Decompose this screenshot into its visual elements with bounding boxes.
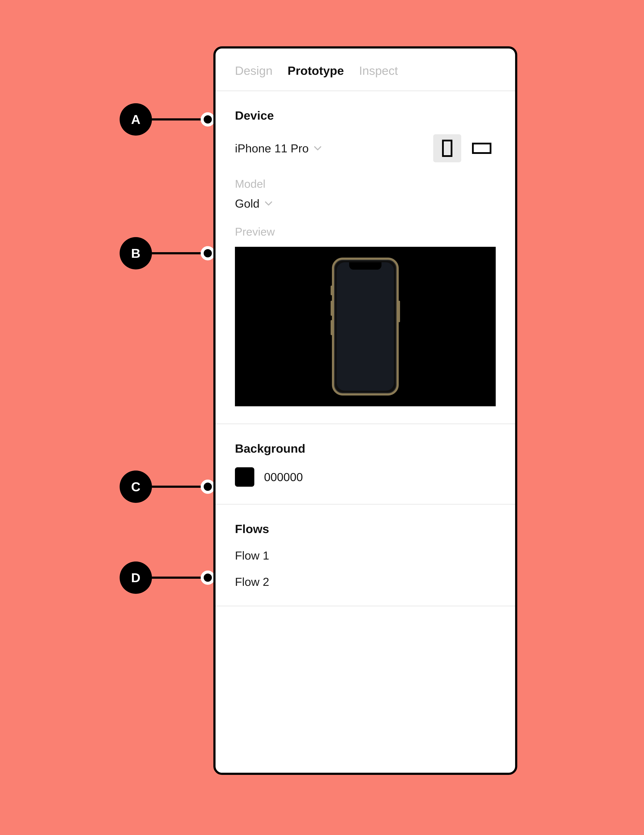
phone-screen [337,262,394,391]
background-section: Background 000000 [216,424,515,505]
phone-side-button [331,301,333,316]
panel-tabs: Design Prototype Inspect [216,49,515,91]
callout-a-label: A [120,103,152,136]
callout-endpoint [201,570,215,585]
background-hex[interactable]: 000000 [264,470,303,484]
prototype-panel: Design Prototype Inspect Device iPhone 1… [213,46,517,775]
model-selected: Gold [235,197,260,210]
callout-c-label: C [120,471,152,503]
background-swatch[interactable] [235,467,254,487]
callout-d: D [120,562,215,594]
flow-item[interactable]: Flow 1 [235,549,496,562]
device-preview [235,247,496,406]
tab-prototype[interactable]: Prototype [287,63,344,78]
callout-line [152,252,201,254]
device-row: iPhone 11 Pro [235,134,496,162]
orientation-landscape-button[interactable] [468,134,496,162]
background-title: Background [235,442,496,455]
chevron-down-icon [314,146,321,151]
orientation-group [433,134,496,162]
callout-line [152,119,201,120]
preview-label: Preview [235,225,496,238]
device-section: Device iPhone 11 Pro Model Gold [216,91,515,424]
chevron-down-icon [265,201,272,206]
model-label: Model [235,177,496,190]
flow-item[interactable]: Flow 2 [235,575,496,588]
flows-section: Flows Flow 1 Flow 2 [216,505,515,606]
callout-b: B [120,237,215,270]
landscape-icon [472,143,492,154]
phone-notch [349,262,381,270]
flows-title: Flows [235,522,496,536]
background-row: 000000 [235,467,496,487]
phone-side-button [331,286,333,295]
device-title: Device [235,109,496,122]
phone-side-button [331,320,333,335]
callout-endpoint [201,479,215,494]
tab-inspect[interactable]: Inspect [359,63,398,78]
phone-side-button [398,301,400,322]
device-selected: iPhone 11 Pro [235,141,309,155]
callout-endpoint [201,112,215,127]
callout-d-label: D [120,562,152,594]
tab-design[interactable]: Design [235,63,273,78]
device-dropdown[interactable]: iPhone 11 Pro [235,141,321,155]
callout-b-label: B [120,237,152,270]
orientation-portrait-button[interactable] [433,134,461,162]
phone-mockup [332,258,399,395]
callout-line [152,577,201,579]
portrait-icon [442,140,453,157]
callout-a: A [120,103,215,136]
callout-c: C [120,471,215,503]
callout-line [152,486,201,488]
callout-endpoint [201,246,215,260]
model-dropdown[interactable]: Gold [235,197,272,210]
